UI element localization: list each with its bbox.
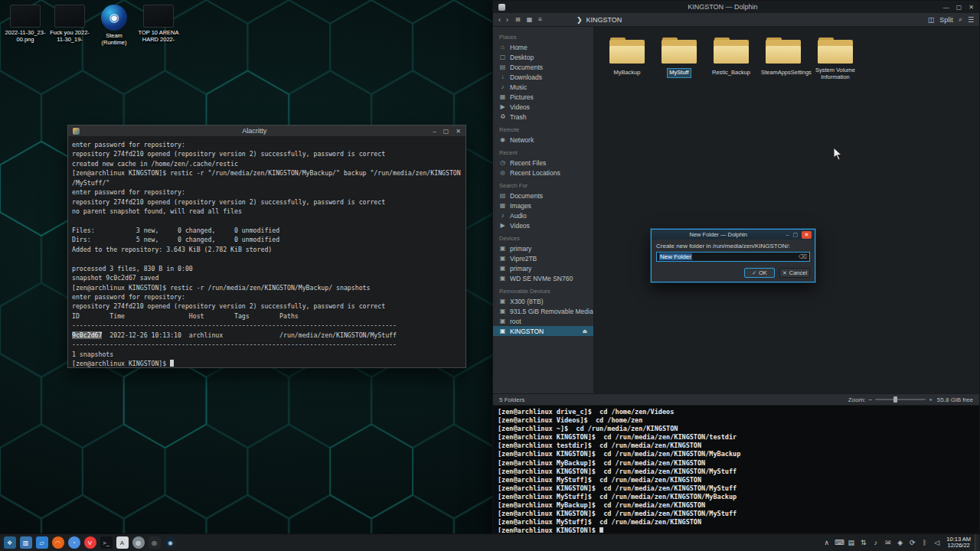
app-launcher-icon[interactable]: ❖ [2, 535, 18, 551]
taskbar-chromium-icon[interactable]: ◔ [66, 535, 82, 551]
sidebar-item-wd-se-nvme-sn760[interactable]: ▣WD SE NVMe SN760 [493, 273, 593, 283]
maximize-button[interactable]: ▢ [956, 4, 962, 11]
videos-icon: ▶ [499, 222, 506, 229]
sidebar-item-vipre2tb[interactable]: ▣Vipre2TB [493, 253, 593, 263]
taskbar-konsole-icon[interactable]: >_ [98, 535, 114, 551]
ok-button[interactable]: ✓ OK [744, 268, 775, 278]
sidebar-item-trash[interactable]: ♻Trash [493, 112, 593, 122]
folder-item-label: Restic_Backup [710, 69, 752, 77]
taskbar-app-gray-icon[interactable]: ◍ [130, 535, 146, 551]
view-mode-icon-2[interactable]: ≡ [537, 15, 544, 24]
wd-se-nvme-sn760-icon: ▣ [499, 275, 506, 282]
sidebar-item-931-5-gib-removable-media[interactable]: ▣931.5 GiB Removable Media [493, 306, 593, 316]
dolphin-terminal-panel[interactable]: [zen@archlinux drive_c]$ cd /home/zen/Vi… [493, 405, 979, 533]
breadcrumb[interactable]: ❯ KINGSTON [577, 16, 622, 24]
clock[interactable]: 10:13 AM 12/26/22 [946, 536, 971, 549]
close-button[interactable]: ✕ [802, 231, 812, 239]
tray-updates-icon[interactable]: ⟳ [908, 539, 916, 546]
folder-item-mystuff[interactable]: MyStuff [655, 37, 703, 82]
tray-network-icon[interactable]: ⇅ [859, 539, 867, 546]
sidebar-item-documents[interactable]: ▤Documents [493, 191, 593, 201]
tray-kdeconnect-icon[interactable]: ◈ [896, 539, 904, 546]
clear-input-icon[interactable]: ⌫ [799, 253, 807, 260]
931-5-gib-removable-media-icon: ▣ [499, 308, 506, 315]
dialog-titlebar[interactable]: New Folder — Dolphin – ▢ ✕ [652, 230, 815, 240]
desktop-icon-screenshot-1[interactable]: 2022-11-30_23-00.png [5, 5, 46, 46]
desktop-icon-steam[interactable]: ◉Steam (Runtime) [93, 5, 135, 46]
folder-item-system-volume-information[interactable]: System Volume Information [812, 37, 859, 82]
search-icon[interactable]: ⌕ [959, 15, 962, 24]
sidebar-section-places: Places [493, 29, 593, 42]
show-desktop-button[interactable] [975, 534, 978, 551]
taskbar-obs-icon[interactable]: ◎ [146, 535, 162, 551]
taskbar-steam-icon[interactable]: ◉ [162, 535, 178, 551]
tray-mail-icon[interactable]: ✉ [884, 539, 892, 546]
sidebar-item-images[interactable]: ▦Images [493, 201, 593, 210]
terminal-line: Dirs: 5 new, 0 changed, 0 unmodified [72, 235, 462, 244]
folder-item-steamappssettings[interactable]: SteamAppsSettings [760, 37, 807, 82]
folder-item-restic-backup[interactable]: Restic_Backup [707, 37, 755, 82]
sidebar-item-label: Pictures [510, 93, 534, 101]
sidebar-item-label: Recent Locations [510, 169, 560, 177]
close-button[interactable]: ✕ [969, 4, 974, 11]
zoom-in-icon[interactable]: + [929, 396, 933, 403]
sidebar-item-home[interactable]: ⌂Home [493, 42, 593, 52]
zoom-slider-handle[interactable] [893, 396, 897, 403]
sidebar-item-videos[interactable]: ▶Videos [493, 220, 593, 230]
sidebar-item-downloads[interactable]: ↓Downloads [493, 72, 593, 82]
sidebar-item-primary[interactable]: ▣primary [493, 263, 593, 273]
folder-view[interactable]: MyBackupMyStuffRestic_BackupSteamAppsSet… [594, 27, 979, 393]
view-mode-icon-0[interactable]: ⊞ [514, 15, 522, 24]
sidebar-item-x300-8tb[interactable]: ▣X300 (8TB) [493, 296, 593, 306]
maximize-button[interactable]: ▢ [443, 128, 449, 135]
clock-date: 12/26/22 [946, 543, 971, 549]
view-mode-icon-1[interactable]: ▦ [525, 15, 534, 24]
sidebar-item-audio[interactable]: ♪Audio [493, 210, 593, 220]
tray-media-icon[interactable]: ♪ [871, 539, 880, 546]
maximize-button[interactable]: ▢ [792, 232, 798, 238]
taskbar-vivaldi-icon[interactable]: V [82, 535, 98, 551]
minimize-button[interactable]: — [943, 4, 949, 11]
taskbar-editor-icon[interactable]: A [114, 535, 130, 551]
alacritty-titlebar[interactable]: Alacritty – ▢ ✕ [68, 126, 466, 137]
tray-volume-icon[interactable]: ◁ [933, 539, 941, 546]
sidebar-item-documents[interactable]: ▤Documents [493, 62, 593, 72]
cancel-button[interactable]: ✕ Cancel [779, 268, 810, 278]
sidebar-item-pictures[interactable]: ▦Pictures [493, 92, 593, 102]
back-button[interactable]: ‹ [498, 16, 501, 24]
sidebar-item-root[interactable]: ▣root [493, 316, 593, 326]
sidebar-item-primary[interactable]: ▣primary [493, 243, 593, 253]
split-view-button[interactable]: Split [939, 16, 953, 24]
desktop-icon-label: TOP 10 ARENA HARD 2022-12-... [138, 30, 179, 44]
hamburger-menu-icon[interactable]: ☰ [968, 16, 974, 24]
zoom-slider[interactable] [875, 399, 926, 400]
close-button[interactable]: ✕ [456, 128, 461, 135]
sidebar-item-music[interactable]: ♪Music [493, 82, 593, 92]
tray-clipboard-icon[interactable]: ▤ [847, 539, 855, 546]
sidebar-item-network[interactable]: ◉Network [493, 135, 593, 145]
sidebar-item-desktop[interactable]: ▢Desktop [493, 52, 593, 62]
taskbar-firefox-icon[interactable]: ◠ [50, 535, 66, 551]
eject-icon[interactable]: ⏏ [582, 328, 587, 334]
desktop-icon-screenshot-2[interactable]: Fuck you 2022-11-30_19-56.png [49, 5, 90, 46]
zoom-out-icon[interactable]: − [869, 396, 873, 403]
tray-keyboard-icon[interactable]: ⌨ [835, 539, 843, 546]
breadcrumb-location[interactable]: KINGSTON [586, 16, 622, 24]
dolphin-titlebar[interactable]: KINGSTON — Dolphin — ▢ ✕ [493, 1, 979, 13]
sidebar-item-recent-files[interactable]: ◷Recent Files [493, 158, 593, 168]
minimize-button[interactable]: – [433, 128, 436, 135]
minimize-button[interactable]: – [786, 232, 789, 237]
alacritty-terminal-output[interactable]: enter password for repository:repository… [68, 137, 466, 367]
sidebar-item-recent-locations[interactable]: ◎Recent Locations [493, 168, 593, 178]
folder-item-mybackup[interactable]: MyBackup [603, 37, 651, 82]
tray-expander-icon[interactable]: ∧ [822, 539, 831, 546]
taskbar-dolphin-icon[interactable]: ▱ [34, 535, 50, 551]
split-view-icon[interactable]: ◫ [928, 16, 935, 24]
sidebar-item-kingston[interactable]: ▣KINGSTON⏏ [493, 326, 593, 336]
new-folder-name-input[interactable]: New Folder ⌫ [656, 252, 810, 262]
tray-bluetooth-icon[interactable]: ᛒ [920, 539, 929, 546]
taskbar-system-monitor-icon[interactable]: ▥ [18, 535, 34, 551]
forward-button[interactable]: › [506, 16, 508, 24]
desktop-icon-video-thumb[interactable]: TOP 10 ARENA HARD 2022-12-... [138, 5, 179, 46]
sidebar-item-videos[interactable]: ▶Videos [493, 102, 593, 112]
